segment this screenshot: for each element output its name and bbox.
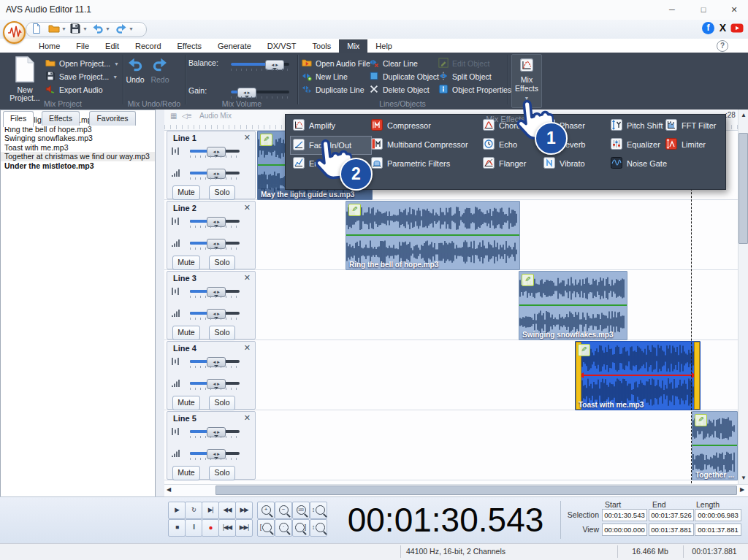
export-audio-button[interactable]: Export Audio bbox=[45, 84, 103, 96]
menu-item-fft-filter[interactable]: FFT Filter bbox=[663, 117, 728, 134]
audio-clip-3[interactable]: Swinging snowflakes.mp3✎ bbox=[519, 271, 627, 340]
menu-item-amplify[interactable]: Amplify bbox=[290, 117, 372, 134]
go-to-start-button[interactable]: |◀◀ bbox=[218, 519, 236, 537]
tab-help[interactable]: Help bbox=[367, 39, 400, 53]
scroll-left-icon[interactable]: ◀ bbox=[167, 486, 171, 494]
edit-clip-icon[interactable]: ✎ bbox=[260, 134, 272, 146]
undo-button[interactable]: Undo bbox=[124, 56, 146, 84]
youtube-icon[interactable] bbox=[730, 22, 744, 34]
menu-item-vibrato[interactable]: Vibrato bbox=[541, 155, 611, 172]
tab-effects[interactable]: Effects bbox=[169, 39, 210, 53]
solo-button-line-5[interactable]: Solo bbox=[209, 466, 235, 480]
tab-file[interactable]: File bbox=[68, 39, 97, 53]
rewind-button[interactable]: ◀◀ bbox=[218, 502, 236, 519]
save-project-dropdown-icon[interactable]: ▼ bbox=[112, 74, 118, 80]
file-list-item[interactable]: Under the mistletoe.mp3 bbox=[1, 161, 155, 171]
tab-generate[interactable]: Generate bbox=[210, 39, 259, 53]
close-line-icon[interactable]: ✕ bbox=[244, 133, 251, 142]
edit-clip-icon[interactable]: ✎ bbox=[695, 414, 707, 426]
solo-button-line-4[interactable]: Solo bbox=[209, 396, 235, 410]
zoom-vertical-selection-button[interactable]: ↕ bbox=[310, 519, 327, 537]
solo-button-line-1[interactable]: Solo bbox=[209, 185, 235, 200]
app-logo-icon[interactable] bbox=[3, 21, 26, 44]
open-project-dropdown-icon[interactable]: ▼ bbox=[114, 61, 119, 66]
selection-start-field[interactable]: 00:01:30.543 bbox=[602, 509, 647, 521]
view-length-field[interactable]: 00:01:37.881 bbox=[695, 523, 741, 536]
zoom-selection-end-button[interactable]: ] bbox=[292, 519, 310, 537]
view-start-field[interactable]: 00:00:00.000 bbox=[602, 523, 647, 536]
panel-tab-files[interactable]: Files bbox=[3, 111, 34, 127]
edit-clip-icon[interactable]: ✎ bbox=[348, 204, 361, 216]
audio-clip-4[interactable]: Toast with me.mp3✎ bbox=[575, 341, 701, 410]
split-object-button[interactable]: Split Object bbox=[438, 71, 492, 83]
redo-icon[interactable] bbox=[115, 23, 127, 34]
delete-object-button[interactable]: Delete Object bbox=[369, 84, 430, 96]
play-to-end-button[interactable]: ▶| bbox=[202, 502, 219, 519]
open-dropdown-icon[interactable]: ▼ bbox=[61, 26, 66, 31]
duplicate-object-button[interactable]: Duplicate Object bbox=[369, 71, 439, 83]
object-properties-button[interactable]: Object Properties bbox=[438, 84, 511, 96]
close-line-icon[interactable]: ✕ bbox=[244, 413, 251, 423]
mute-button-line-3[interactable]: Mute bbox=[172, 326, 200, 340]
mute-button-line-5[interactable]: Mute bbox=[172, 466, 200, 480]
vertical-scrollbar-thumb[interactable] bbox=[739, 133, 748, 244]
facebook-icon[interactable]: f bbox=[702, 22, 714, 34]
x-social-icon[interactable]: X bbox=[717, 22, 729, 34]
undo-icon[interactable] bbox=[92, 23, 104, 34]
selection-end-field[interactable]: 00:01:37.526 bbox=[649, 509, 694, 521]
scroll-right-icon[interactable]: ▶ bbox=[740, 486, 744, 494]
file-list-item[interactable]: Together at christmas we find our way.mp… bbox=[1, 152, 155, 161]
panel-tab-favorites[interactable]: Favorites bbox=[89, 111, 135, 126]
mute-button-line-2[interactable]: Mute bbox=[172, 256, 200, 270]
envelope-line[interactable] bbox=[576, 375, 700, 376]
pause-button[interactable]: ‖ bbox=[185, 519, 202, 537]
close-icon[interactable]: ✕ bbox=[723, 3, 745, 17]
zoom-out-button[interactable]: − bbox=[275, 502, 292, 519]
redo-button[interactable]: Redo bbox=[149, 56, 171, 84]
selection-edge-right[interactable] bbox=[694, 342, 700, 410]
tab-tools[interactable]: Tools bbox=[305, 39, 340, 53]
record-button[interactable]: ● bbox=[202, 519, 219, 537]
scroll-down-icon[interactable]: ▼ bbox=[741, 475, 747, 482]
fast-forward-button[interactable]: ▶▶ bbox=[235, 502, 253, 519]
selection-length-field[interactable]: 00:00:06.983 bbox=[695, 509, 741, 521]
solo-button-line-2[interactable]: Solo bbox=[209, 256, 235, 270]
menu-item-limiter[interactable]: Limiter bbox=[663, 136, 728, 153]
duplicate-line-button[interactable]: Duplicate Line bbox=[302, 84, 365, 96]
close-line-icon[interactable]: ✕ bbox=[244, 273, 251, 283]
help-icon[interactable]: ? bbox=[717, 40, 728, 52]
tab-mix[interactable]: Mix bbox=[339, 39, 367, 53]
save-dropdown-icon[interactable]: ▼ bbox=[83, 26, 88, 31]
undo-dropdown-icon[interactable]: ▼ bbox=[105, 26, 110, 31]
panel-tab-effects[interactable]: Effects bbox=[42, 111, 80, 126]
open-audio-file-button[interactable]: Open Audio File bbox=[302, 58, 370, 69]
open-folder-icon[interactable] bbox=[48, 23, 60, 34]
loop-playback-button[interactable]: ↻ bbox=[185, 502, 202, 519]
audio-clip-2[interactable]: Ring the bell of hope.mp3✎ bbox=[346, 201, 520, 270]
edit-clip-icon[interactable]: ✎ bbox=[522, 274, 534, 286]
menu-item-compressor[interactable]: Compressor bbox=[368, 117, 482, 134]
open-project-button[interactable]: Open Project... ▼ bbox=[45, 58, 119, 69]
minimize-icon[interactable]: ─ bbox=[661, 3, 683, 17]
new-line-button[interactable]: New Line bbox=[302, 71, 348, 83]
tab-dx-vst[interactable]: DX/VST bbox=[259, 39, 305, 53]
go-to-end-button[interactable]: ▶▶| bbox=[235, 519, 253, 537]
mute-button-line-4[interactable]: Mute bbox=[172, 396, 200, 410]
tab-record[interactable]: Record bbox=[127, 39, 169, 53]
clear-line-button[interactable]: Clear Line bbox=[369, 58, 418, 69]
view-end-field[interactable]: 00:01:37.881 bbox=[649, 523, 694, 536]
zoom-100-button[interactable]: 100 bbox=[292, 502, 310, 519]
maximize-icon[interactable]: □ bbox=[692, 3, 714, 17]
zoom-in-button[interactable]: + bbox=[257, 502, 275, 519]
file-list-item[interactable]: Swinging snowflakes.mp3 bbox=[1, 134, 155, 143]
solo-button-line-3[interactable]: Solo bbox=[209, 326, 235, 340]
file-list-item[interactable]: Toast with me.mp3 bbox=[1, 143, 155, 153]
scroll-up-icon[interactable]: ▲ bbox=[741, 112, 747, 119]
tab-edit[interactable]: Edit bbox=[97, 39, 127, 53]
zoom-selection-start-button[interactable]: [ bbox=[257, 519, 275, 537]
menu-item-noise-gate[interactable]: Noise Gate bbox=[608, 155, 681, 172]
audio-clip-5[interactable]: Together ...✎ bbox=[692, 411, 738, 480]
play-button[interactable]: ▶ bbox=[168, 502, 186, 519]
menu-item-multiband-compressor[interactable]: Multiband Compressor bbox=[368, 136, 482, 153]
new-project-button[interactable]: New Project... bbox=[6, 55, 44, 98]
